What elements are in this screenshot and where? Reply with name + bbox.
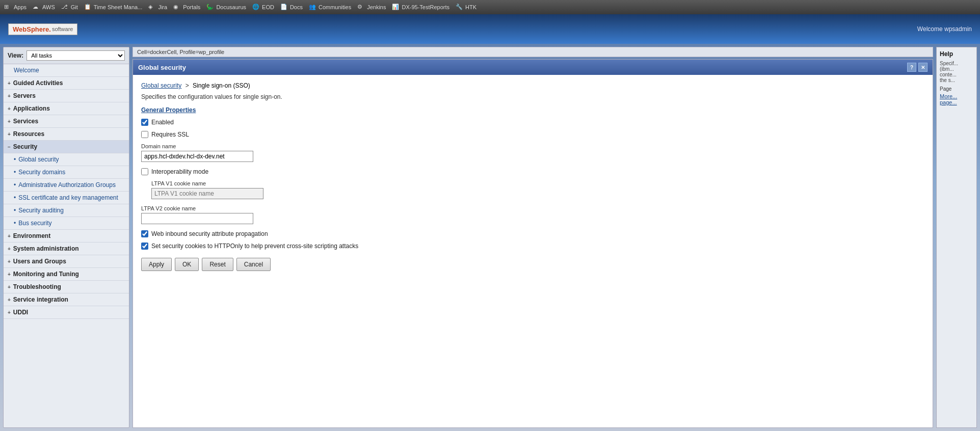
- button-row: Apply OK Reset Cancel: [141, 258, 924, 271]
- sidebar-item-applications[interactable]: Applications: [4, 102, 129, 115]
- apply-button[interactable]: Apply: [141, 258, 172, 271]
- app-header: WebSphere. software Welcome wpsadmin: [0, 14, 980, 44]
- sidebar-item-admin-auth-groups[interactable]: • Administrative Authorization Groups: [4, 179, 129, 192]
- domain-name-group: Domain name: [141, 143, 924, 162]
- section-title[interactable]: General Properties: [141, 106, 924, 114]
- expand-icon: [8, 259, 11, 264]
- sidebar: View: All tasks Server tasks Admin tasks…: [3, 47, 129, 428]
- panel-help-button[interactable]: ?: [907, 63, 916, 72]
- enabled-checkbox[interactable]: [141, 119, 148, 126]
- requires-ssl-checkbox[interactable]: [141, 131, 148, 138]
- sidebar-item-bus-security[interactable]: • Bus security: [4, 217, 129, 230]
- ltpa-v1-label: LTPA V1 cookie name: [151, 180, 924, 186]
- tab-eod[interactable]: 🌐 EOD: [252, 4, 274, 11]
- enabled-row: Enabled: [141, 119, 924, 126]
- tab-dx-testreports[interactable]: 📊 DX-95-TestReports: [392, 4, 449, 11]
- requires-ssl-row: Requires SSL: [141, 131, 924, 138]
- help-panel: Help Specif...(ibm...conte...the s... Pa…: [936, 47, 977, 428]
- sidebar-item-security-domains[interactable]: • Security domains: [4, 166, 129, 179]
- sidebar-item-servers[interactable]: Servers: [4, 90, 129, 102]
- breadcrumb-link[interactable]: Global security: [141, 82, 181, 89]
- panel-body: Global security > Single sign-on (SSO) S…: [133, 75, 933, 278]
- git-icon: ⎇: [61, 4, 68, 11]
- bullet-icon: •: [14, 181, 16, 188]
- help-page-label: Page: [940, 86, 973, 92]
- tab-timesheet[interactable]: 📋 Time Sheet Mana...: [84, 4, 143, 11]
- expand-icon: [8, 284, 11, 290]
- sidebar-item-global-security[interactable]: • Global security: [4, 153, 129, 166]
- ltpa-v2-label: LTPA V2 cookie name: [141, 205, 924, 211]
- docusaurus-icon: 🦕: [206, 4, 214, 11]
- tab-portals[interactable]: ◉ Portals: [173, 4, 200, 11]
- sidebar-item-troubleshooting[interactable]: Troubleshooting: [4, 281, 129, 293]
- reset-button[interactable]: Reset: [202, 258, 233, 271]
- sidebar-item-security-auditing[interactable]: • Security auditing: [4, 204, 129, 217]
- panel-header-icons: ? ✕: [907, 63, 928, 72]
- sidebar-item-guided-activities[interactable]: Guided Activities: [4, 77, 129, 90]
- help-more-link[interactable]: More...: [940, 93, 957, 99]
- sidebar-item-environment[interactable]: Environment: [4, 230, 129, 243]
- sidebar-item-ssl-cert[interactable]: • SSL certificate and key management: [4, 192, 129, 204]
- ltpa-v2-group: LTPA V2 cookie name: [141, 205, 924, 224]
- logo: WebSphere. software: [8, 23, 77, 35]
- page-description: Specifies the configuration values for s…: [141, 93, 924, 100]
- web-inbound-checkbox[interactable]: [141, 230, 148, 237]
- sidebar-item-service-integration[interactable]: Service integration: [4, 293, 129, 306]
- tab-jira[interactable]: ◈ Jira: [148, 4, 167, 11]
- view-selector: View: All tasks Server tasks Admin tasks: [4, 47, 129, 64]
- tab-aws[interactable]: ☁ AWS: [33, 4, 55, 11]
- tab-git[interactable]: ⎇ Git: [61, 4, 78, 11]
- sidebar-item-monitoring-tuning[interactable]: Monitoring and Tuning: [4, 268, 129, 281]
- bullet-icon: •: [14, 169, 16, 176]
- htk-icon: 🔧: [456, 4, 463, 11]
- sidebar-item-security[interactable]: − Security: [4, 141, 129, 153]
- apps-icon: ⊞: [4, 4, 11, 11]
- expand-icon: [8, 233, 11, 239]
- tab-docs[interactable]: 📄 Docs: [280, 4, 303, 11]
- interop-mode-checkbox[interactable]: [141, 168, 148, 175]
- breadcrumb: Global security > Single sign-on (SSO): [141, 82, 924, 89]
- ok-button[interactable]: OK: [175, 258, 199, 271]
- aws-icon: ☁: [33, 4, 40, 11]
- view-dropdown[interactable]: All tasks Server tasks Admin tasks: [27, 50, 125, 61]
- ltpa-v2-input[interactable]: [141, 213, 253, 224]
- domain-name-input[interactable]: [141, 151, 253, 162]
- sidebar-item-uddi[interactable]: UDDI: [4, 306, 129, 319]
- jira-icon: ◈: [148, 4, 155, 11]
- breadcrumb-bar: Cell=dockerCell, Profile=wp_profile: [133, 47, 933, 57]
- expand-icon: [8, 310, 11, 315]
- panel-title: Global security: [138, 64, 186, 71]
- web-inbound-row: Web inbound security attribute propagati…: [141, 230, 924, 237]
- expand-icon: [8, 131, 11, 137]
- security-cookies-row: Set security cookies to HTTPOnly to help…: [141, 243, 924, 250]
- expand-icon: [8, 297, 11, 303]
- security-cookies-label: Set security cookies to HTTPOnly to help…: [151, 243, 358, 250]
- security-cookies-checkbox[interactable]: [141, 243, 148, 250]
- web-inbound-label: Web inbound security attribute propagati…: [151, 230, 268, 237]
- help-page-link[interactable]: page...: [940, 99, 957, 105]
- tab-docusaurus[interactable]: 🦕 Docusaurus: [206, 4, 246, 11]
- browser-tab-bar: ⊞ Apps ☁ AWS ⎇ Git 📋 Time Sheet Mana... …: [0, 0, 980, 14]
- sidebar-item-users-groups[interactable]: Users and Groups: [4, 255, 129, 268]
- dx-icon: 📊: [392, 4, 399, 11]
- sidebar-item-services[interactable]: Services: [4, 115, 129, 128]
- tab-apps[interactable]: ⊞ Apps: [4, 4, 27, 11]
- sidebar-item-resources[interactable]: Resources: [4, 128, 129, 141]
- tab-jenkins[interactable]: ⚙ Jenkins: [357, 4, 386, 11]
- expand-icon: [8, 246, 11, 252]
- help-title: Help: [940, 50, 973, 58]
- cell-profile-path: Cell=dockerCell, Profile=wp_profile: [137, 49, 224, 55]
- tab-htk[interactable]: 🔧 HTK: [456, 4, 476, 11]
- welcome-text: Welcome wpsadmin: [917, 25, 972, 33]
- view-label: View:: [8, 52, 23, 59]
- sidebar-item-system-admin[interactable]: System administration: [4, 243, 129, 255]
- sidebar-item-welcome[interactable]: Welcome: [4, 64, 129, 77]
- bullet-icon: •: [14, 194, 16, 201]
- collapse-icon: −: [8, 144, 11, 150]
- panel-close-button[interactable]: ✕: [918, 63, 928, 72]
- cancel-button[interactable]: Cancel: [236, 258, 271, 271]
- portals-icon: ◉: [173, 4, 180, 11]
- expand-icon: [8, 272, 11, 277]
- help-field-note: Specif...(ibm...conte...the s...: [940, 61, 973, 83]
- tab-communities[interactable]: 👥 Communities: [309, 4, 351, 11]
